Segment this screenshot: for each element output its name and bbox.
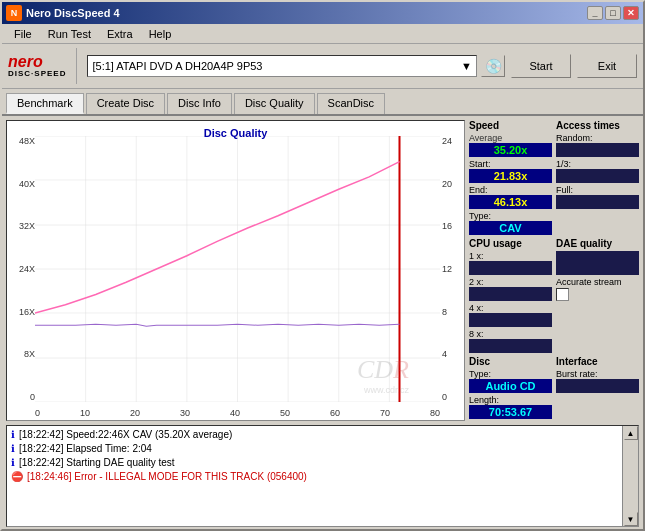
access-times-title: Access times	[556, 120, 639, 131]
accurate-stream-label: Accurate stream	[556, 277, 639, 287]
dropdown-arrow-icon: ▼	[461, 60, 472, 72]
menu-bar: File Run Test Extra Help	[2, 24, 643, 44]
info-icon-0: ℹ	[11, 428, 15, 442]
log-entry-1: ℹ [18:22:42] Elapsed Time: 2:04	[11, 442, 634, 456]
cpu-title: CPU usage	[469, 238, 552, 249]
log-scrollbar[interactable]: ▲ ▼	[622, 426, 638, 526]
right-panel: Speed Average 35.20x Start: 21.83x End: …	[469, 120, 639, 421]
log-content: ℹ [18:22:42] Speed:22:46X CAV (35.20X av…	[7, 426, 638, 486]
tab-disc-info[interactable]: Disc Info	[167, 93, 232, 114]
scroll-down-button[interactable]: ▼	[624, 512, 638, 526]
disc-section: Disc Type: Audio CD Length: 70:53.67	[469, 356, 552, 419]
log-scroll[interactable]: ℹ [18:22:42] Speed:22:46X CAV (35.20X av…	[7, 426, 638, 526]
dae-title: DAE quality	[556, 238, 639, 249]
main-window: N Nero DiscSpeed 4 _ □ ✕ File Run Test E…	[0, 0, 645, 531]
menu-help[interactable]: Help	[141, 26, 180, 42]
dae-section: DAE quality Accurate stream	[556, 238, 639, 353]
full-label: Full:	[556, 185, 639, 195]
log-entry-2: ℹ [18:22:42] Starting DAE quality test	[11, 456, 634, 470]
menu-extra[interactable]: Extra	[99, 26, 141, 42]
random-label: Random:	[556, 133, 639, 143]
menu-run-test[interactable]: Run Test	[40, 26, 99, 42]
info-icon-2: ℹ	[11, 456, 15, 470]
drive-selector[interactable]: [5:1] ATAPI DVD A DH20A4P 9P53 ▼	[87, 55, 477, 77]
drive-action-button[interactable]: 💿	[481, 55, 505, 77]
speed-section: Speed Average 35.20x Start: 21.83x End: …	[469, 120, 552, 235]
2x-label: 2 x:	[469, 277, 552, 287]
maximize-button[interactable]: □	[605, 6, 621, 20]
end-value: 46.13x	[469, 195, 552, 209]
disc-type-value: Audio CD	[469, 379, 552, 393]
end-label: End:	[469, 185, 488, 195]
type-label: Type:	[469, 211, 491, 221]
scroll-up-button[interactable]: ▲	[624, 426, 638, 440]
disc-length-value: 70:53.67	[469, 405, 552, 419]
random-value	[556, 143, 639, 157]
log-text-2: [18:22:42] Starting DAE quality test	[19, 456, 175, 470]
onethird-value	[556, 169, 639, 183]
disc-interface-row: Disc Type: Audio CD Length: 70:53.67 Int…	[469, 356, 639, 419]
access-times-section: Access times Random: 1/3: Full:	[556, 120, 639, 235]
disc-type-label: Type:	[469, 369, 552, 379]
error-icon-3: ⛔	[11, 470, 23, 484]
watermark: CDR www.cdr.cz	[357, 355, 409, 395]
app-icon: N	[6, 5, 22, 21]
log-area: ℹ [18:22:42] Speed:22:46X CAV (35.20X av…	[6, 425, 639, 527]
tab-benchmark[interactable]: Benchmark	[6, 93, 84, 114]
speed-title: Speed	[469, 120, 552, 131]
info-icon-1: ℹ	[11, 442, 15, 456]
start-label: Start:	[469, 159, 491, 169]
dae-value	[556, 251, 639, 275]
4x-label: 4 x:	[469, 303, 552, 313]
8x-value	[469, 339, 552, 353]
average-value: 35.20x	[469, 143, 552, 157]
start-button[interactable]: Start	[511, 54, 571, 78]
log-entry-0: ℹ [18:22:42] Speed:22:46X CAV (35.20X av…	[11, 428, 634, 442]
title-bar: N Nero DiscSpeed 4 _ □ ✕	[2, 2, 643, 24]
app-logo: nero DISC·SPEED	[8, 53, 66, 79]
minimize-button[interactable]: _	[587, 6, 603, 20]
2x-value	[469, 287, 552, 301]
1x-value	[469, 261, 552, 275]
disc-title: Disc	[469, 356, 552, 367]
window-title: Nero DiscSpeed 4	[26, 7, 120, 19]
tab-create-disc[interactable]: Create Disc	[86, 93, 165, 114]
title-bar-buttons: _ □ ✕	[587, 6, 639, 20]
disc-length-label: Length:	[469, 395, 552, 405]
tab-disc-quality[interactable]: Disc Quality	[234, 93, 315, 114]
disc-quality-label: Disc Quality	[204, 127, 268, 139]
y-axis-right: 24 20 16 12 8 4 0	[442, 136, 462, 402]
average-label: Average	[469, 133, 552, 143]
log-entry-3: ⛔ [18:24:46] Error - ILLEGAL MODE FOR TH…	[11, 470, 634, 484]
4x-value	[469, 313, 552, 327]
chart-area: Disc Quality 48X 40X 32X 24X 16X 8X 0 24…	[6, 120, 465, 421]
exit-button[interactable]: Exit	[577, 54, 637, 78]
accurate-stream-checkbox[interactable]	[556, 288, 569, 301]
menu-file[interactable]: File	[6, 26, 40, 42]
burst-rate-value	[556, 379, 639, 393]
x-axis: 0 10 20 30 40 50 60 70 80	[35, 408, 440, 418]
8x-label: 8 x:	[469, 329, 552, 339]
full-value	[556, 195, 639, 209]
drive-label: [5:1] ATAPI DVD A DH20A4P 9P53	[92, 60, 262, 72]
close-button[interactable]: ✕	[623, 6, 639, 20]
burst-rate-label: Burst rate:	[556, 369, 639, 379]
disc-icon: 💿	[485, 58, 502, 74]
log-text-3: [18:24:46] Error - ILLEGAL MODE FOR THIS…	[27, 470, 307, 484]
cpu-section: CPU usage 1 x: 2 x: 4 x: 8 x:	[469, 238, 552, 353]
interface-section: Interface Burst rate:	[556, 356, 639, 419]
interface-title: Interface	[556, 356, 639, 367]
tab-scan-disc[interactable]: ScanDisc	[317, 93, 385, 114]
type-value: CAV	[469, 221, 552, 235]
start-value: 21.83x	[469, 169, 552, 183]
onethird-label: 1/3:	[556, 159, 639, 169]
log-text-0: [18:22:42] Speed:22:46X CAV (35.20X aver…	[19, 428, 232, 442]
log-text-1: [18:22:42] Elapsed Time: 2:04	[19, 442, 152, 456]
title-bar-left: N Nero DiscSpeed 4	[6, 5, 120, 21]
1x-label: 1 x:	[469, 251, 552, 261]
cpu-dae-row: CPU usage 1 x: 2 x: 4 x: 8 x: DAE qualit…	[469, 238, 639, 353]
y-axis-left: 48X 40X 32X 24X 16X 8X 0	[9, 136, 35, 402]
